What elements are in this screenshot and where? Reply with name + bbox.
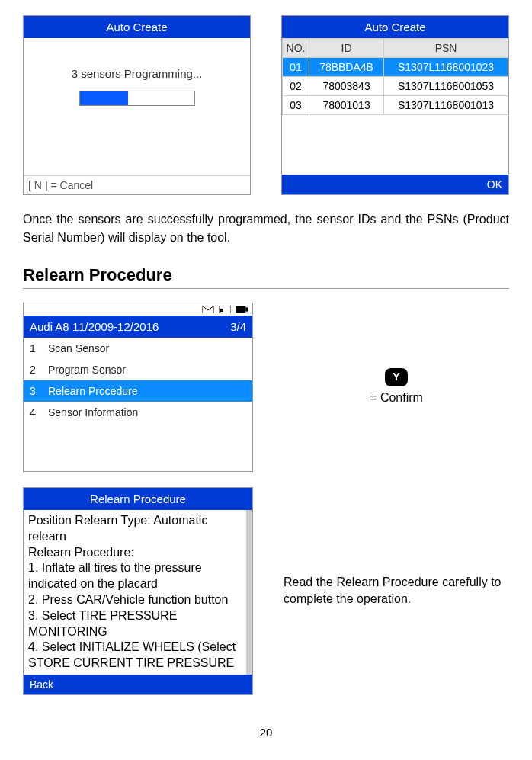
svg-rect-3: [236, 306, 245, 313]
table-row[interactable]: 01 78BBDA4B S1307L1168001023: [283, 58, 508, 77]
screen-auto-create-progress: Auto Create 3 sensors Programming... [ N…: [23, 15, 251, 195]
confirm-label: = Confirm: [284, 390, 509, 406]
programming-message: 3 sensors Programming...: [31, 67, 242, 80]
menu-item-sensor-information[interactable]: 4Sensor Information: [24, 402, 252, 423]
screen3-header: Audi A8 11/2009-12/2016 3/4: [24, 316, 252, 338]
screen1-body: 3 sensors Programming...: [24, 38, 250, 175]
vehicle-title: Audi A8 11/2009-12/2016: [30, 320, 159, 333]
svg-rect-2: [220, 309, 223, 312]
mail-icon: [202, 306, 214, 313]
description-paragraph: Once the sensors are successfully progra…: [23, 210, 509, 247]
menu-item-relearn-procedure[interactable]: 3Relearn Procedure: [24, 380, 252, 402]
screen-main-menu: Audi A8 11/2009-12/2016 3/4 1Scan Sensor…: [23, 303, 253, 472]
battery-icon: [236, 306, 248, 313]
screen4-title: Relearn Procedure: [24, 488, 252, 510]
col-psn: PSN: [384, 39, 508, 58]
relearn-body: Position Relearn Type: Automatic relearn…: [24, 510, 252, 675]
screen-relearn-procedure: Relearn Procedure Position Relearn Type:…: [23, 487, 253, 695]
menu-item-program-sensor[interactable]: 2Program Sensor: [24, 359, 252, 380]
screen2-title: Auto Create: [282, 16, 508, 38]
screen1-title: Auto Create: [24, 16, 250, 38]
section-rule: [23, 288, 509, 289]
cancel-hint: [ N ] = Cancel: [24, 175, 250, 194]
col-id: ID: [309, 39, 383, 58]
menu-list: 1Scan Sensor 2Program Sensor 3Relearn Pr…: [24, 338, 252, 423]
table-row[interactable]: 03 78001013 S1307L1168001013: [283, 96, 508, 115]
relearn-side-note: Read the Relearn Procedure carefully to …: [284, 487, 509, 695]
ok-button[interactable]: OK: [282, 175, 508, 194]
screen-auto-create-results: Auto Create NO. ID PSN 01 78BBDA4B S1307…: [281, 15, 509, 195]
col-no: NO.: [283, 39, 309, 58]
section-heading: Relearn Procedure: [23, 265, 509, 285]
svg-rect-4: [245, 307, 248, 311]
progress-bar: [79, 91, 195, 106]
confirm-hint: Y = Confirm: [284, 303, 509, 472]
table-row[interactable]: 02 78003843 S1307L1168001053: [283, 77, 508, 96]
back-button[interactable]: Back: [24, 675, 252, 694]
card-icon: [219, 306, 231, 313]
page-number: 20: [23, 726, 509, 739]
y-key-icon: Y: [385, 368, 407, 386]
sensor-table: NO. ID PSN 01 78BBDA4B S1307L1168001023 …: [282, 38, 508, 115]
menu-item-scan-sensor[interactable]: 1Scan Sensor: [24, 338, 252, 359]
page-indicator: 3/4: [230, 320, 246, 333]
status-bar: [24, 303, 252, 316]
